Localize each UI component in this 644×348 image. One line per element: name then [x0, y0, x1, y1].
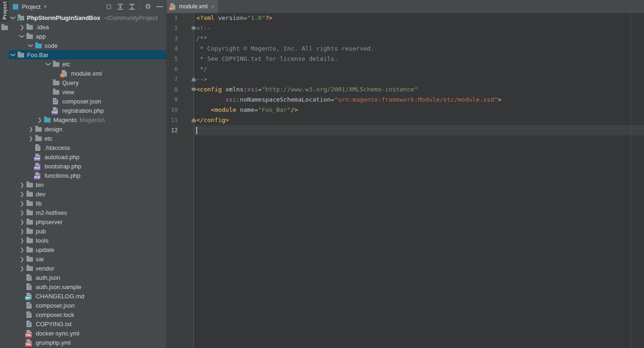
folder-icon — [26, 265, 35, 271]
tree-item-auth-json[interactable]: {}auth.json — [9, 273, 166, 282]
editor-surface[interactable]: 123456789101112 <?xml version="1.0"?><!-… — [167, 13, 644, 348]
yml-icon: YML — [26, 339, 35, 346]
code-line-5: * See COPYING.txt for license details. — [196, 54, 644, 64]
chevron-expanded-icon[interactable]: ❯ — [26, 41, 36, 50]
tree-item-label: app — [35, 33, 46, 40]
tree-item-changelog-md[interactable]: MDCHANGELOG.md — [9, 291, 166, 301]
chevron-collapsed-icon[interactable]: ❯ — [18, 189, 26, 199]
tree-item-pub[interactable]: ❯pub — [9, 226, 166, 236]
project-panel-title[interactable]: Project — [22, 3, 40, 10]
tree-item--idea[interactable]: ❯.idea — [9, 22, 166, 32]
chevron-collapsed-icon[interactable]: ❯ — [18, 264, 26, 273]
php-icon: PHP — [35, 163, 44, 169]
tree-item-docker-sync-yml[interactable]: YMLdocker-sync.yml — [9, 329, 166, 338]
tree-item-design[interactable]: ❯design — [9, 124, 166, 134]
json-icon: {} — [26, 302, 35, 309]
chevron-collapsed-icon[interactable]: ❯ — [18, 208, 26, 217]
chevron-collapsed-icon[interactable]: ❯ — [18, 254, 26, 264]
chevron-collapsed-icon[interactable]: ❯ — [26, 124, 35, 134]
txt-icon — [26, 284, 35, 290]
close-tab-icon[interactable]: × — [211, 4, 214, 9]
chevron-collapsed-icon[interactable]: ❯ — [18, 226, 26, 236]
tree-item-etc[interactable]: ❯etc — [9, 134, 166, 143]
editor-gutter: 123456789101112 — [167, 13, 194, 348]
tree-item-registration-php[interactable]: PHPregistration.php — [9, 106, 166, 115]
project-stripe-button[interactable]: Project — [0, 0, 9, 21]
tree-item-composer-json[interactable]: {}composer.json — [9, 97, 166, 106]
tab-module-xml[interactable]: <> module.xml × — [167, 0, 218, 13]
tree-item-functions-php[interactable]: PHPfunctions.php — [9, 171, 166, 180]
phpstorm-window: Project Project ▼ — [0, 0, 644, 348]
tree-item-code[interactable]: ❯code — [9, 41, 166, 50]
xml-file-icon: <> — [170, 3, 176, 10]
tree-item-composer-lock[interactable]: {}composer.lock — [9, 310, 166, 319]
tree-item-composer-json[interactable]: {}composer.json — [9, 301, 166, 310]
tree-item-vendor[interactable]: ❯vendor — [9, 264, 166, 273]
tree-item-dev[interactable]: ❯dev — [9, 189, 166, 199]
tree-item-label: view — [62, 89, 74, 96]
tree-item-bootstrap-php[interactable]: PHPbootstrap.php — [9, 161, 166, 171]
line-number: 8 — [167, 86, 178, 93]
gutter-line-9: 9 — [167, 95, 193, 105]
chevron-collapsed-icon[interactable]: ❯ — [35, 115, 44, 124]
chevron-expanded-icon[interactable]: ❯ — [9, 51, 18, 59]
tree-item-lib[interactable]: ❯lib — [9, 199, 166, 208]
tree-item-update[interactable]: ❯update — [9, 245, 166, 254]
tree-item-m2-hotfixes[interactable]: ❯m2-hotfixes — [9, 208, 166, 217]
collapse-all-button[interactable] — [128, 3, 135, 10]
tree-item-magento[interactable]: ❯MagentoMagento\ — [9, 115, 166, 124]
tree-item-phpstormpluginsandbox[interactable]: ❯PhpStormPluginSandBox~/CommunityProject — [9, 13, 166, 22]
locate-file-button[interactable] — [105, 3, 112, 10]
hide-panel-button[interactable]: — — [156, 3, 163, 10]
chevron-collapsed-icon[interactable]: ❯ — [18, 245, 26, 254]
tree-item-suffix: Magento\ — [80, 116, 105, 123]
tree-item-label: Query — [62, 79, 78, 86]
chevron-down-icon[interactable]: ▼ — [43, 5, 47, 9]
tree-item-foo-bar[interactable]: ❯Foo.Bar — [9, 50, 166, 59]
line-number: 7 — [167, 76, 178, 83]
tree-item-query[interactable]: Query — [9, 78, 166, 87]
chevron-collapsed-icon[interactable]: ❯ — [26, 134, 35, 143]
code-pane[interactable]: <?xml version="1.0"?><!--/** * Copyright… — [194, 13, 644, 348]
project-panel: Project ▼ — [9, 0, 167, 348]
php-icon: PHP — [35, 172, 44, 179]
tree-item-label: composer.json — [62, 98, 101, 105]
chevron-collapsed-icon[interactable]: ❯ — [18, 217, 26, 226]
line-number: 12 — [167, 127, 178, 134]
tree-item-auth-json-sample[interactable]: auth.json.sample — [9, 282, 166, 291]
chevron-collapsed-icon[interactable]: ❯ — [18, 22, 26, 32]
tree-item-label: lib — [35, 200, 42, 207]
tree-item-tools[interactable]: ❯tools — [9, 236, 166, 245]
chevron-collapsed-icon[interactable]: ❯ — [18, 199, 26, 208]
chevron-expanded-icon[interactable]: ❯ — [18, 32, 27, 41]
chevron-collapsed-icon[interactable]: ❯ — [18, 236, 26, 245]
tree-item-bin[interactable]: ❯bin — [9, 180, 166, 189]
tree-item-label: pub — [35, 228, 46, 235]
settings-gear-icon[interactable]: ⚙ — [144, 3, 152, 10]
chevron-collapsed-icon[interactable]: ❯ — [18, 180, 26, 189]
tree-item-phpserver[interactable]: ❯phpserver — [9, 217, 166, 226]
tree-item-autoload-php[interactable]: PHPautoload.php — [9, 152, 166, 161]
json-icon: {} — [53, 98, 62, 104]
tree-item-label: module.xml — [71, 70, 102, 77]
tree-item-app[interactable]: ❯app — [9, 32, 166, 41]
tree-item-label: update — [35, 246, 54, 253]
tree-item-label: registration.php — [62, 107, 104, 114]
tree-item-copying-txt[interactable]: COPYING.txt — [9, 319, 166, 329]
tree-item-view[interactable]: view — [9, 87, 166, 97]
folder-icon — [26, 256, 35, 262]
folder-source-icon — [35, 43, 44, 48]
tree-item-module-xml[interactable]: <>module.xml — [9, 69, 166, 78]
folder-icon — [26, 200, 35, 206]
chevron-expanded-icon[interactable]: ❯ — [44, 60, 53, 69]
tree-item-etc[interactable]: ❯etc — [9, 59, 166, 69]
tree-item-var[interactable]: ❯var — [9, 254, 166, 264]
tree-item--htaccess[interactable]: .htaccess — [9, 143, 166, 152]
yml-icon: YML — [26, 330, 35, 336]
panel-toolbar: ⚙ — — [105, 3, 163, 10]
expand-all-button[interactable] — [116, 3, 124, 10]
tree-item-label: functions.php — [44, 172, 80, 179]
tree-item-label: Magento — [53, 116, 77, 123]
tree-item-grumphp-yml[interactable]: YMLgrumphp.yml — [9, 338, 166, 347]
tree-item-label: vendor — [35, 265, 54, 272]
